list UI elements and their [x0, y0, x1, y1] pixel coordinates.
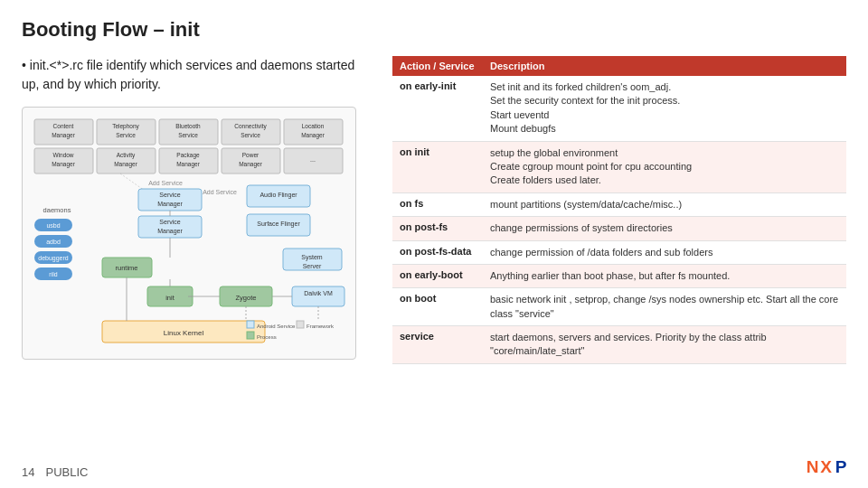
action-cell: on init [392, 141, 483, 192]
svg-text:Package: Package [176, 152, 200, 159]
table-row: on bootbasic network init , setprop, cha… [392, 288, 846, 326]
svg-text:Bluetooth: Bluetooth [175, 123, 201, 129]
page-title: Booting Flow – init [22, 18, 846, 42]
table-row: on early-initSet init and its forked chi… [392, 76, 846, 141]
col1-header: Action / Service [392, 56, 483, 76]
svg-text:Manager: Manager [52, 161, 75, 168]
right-column: Action / Service Description on early-in… [392, 56, 846, 364]
svg-text:Location: Location [302, 123, 325, 129]
description-cell: setup the global environment Create cgro… [483, 141, 846, 192]
svg-text:Dalvik VM: Dalvik VM [304, 290, 333, 296]
svg-text:init: init [165, 294, 175, 302]
action-cell: on post-fs [392, 217, 483, 240]
svg-text:Audio Flinger: Audio Flinger [259, 192, 297, 199]
table-row: on post-fs-datachange permission of /dat… [392, 240, 846, 264]
svg-text:usbd: usbd [46, 222, 60, 229]
svg-text:Add Service: Add Service [203, 189, 237, 195]
action-cell: service [392, 326, 483, 364]
svg-text:Manager: Manager [157, 201, 183, 208]
svg-text:Window: Window [52, 152, 73, 158]
svg-text:Connectivity: Connectivity [234, 123, 267, 130]
nxp-logo-svg: N X P [805, 453, 852, 478]
table-row: servicestart daemons, servers and servic… [392, 326, 846, 364]
description-cell: basic network init , setprop, change /sy… [483, 288, 846, 326]
action-cell: on boot [392, 288, 483, 326]
svg-text:...: ... [310, 156, 316, 163]
svg-rect-72 [247, 321, 254, 328]
table-row: on post-fschange permissions of system d… [392, 217, 846, 240]
svg-text:Manager: Manager [239, 161, 262, 168]
svg-text:Linux Kernel: Linux Kernel [164, 329, 204, 337]
table-row: on fsmount partitions (system/data/cache… [392, 192, 846, 216]
svg-text:Telephony: Telephony [112, 123, 139, 130]
description-cell: change permission of /data folders and s… [483, 240, 846, 264]
architecture-diagram: Content Manager Telephony Service Blueto… [30, 115, 355, 359]
svg-text:Service: Service [241, 132, 260, 138]
svg-text:adbd: adbd [46, 239, 61, 245]
bullet-text: • init.<*>.rc file identify which servic… [22, 56, 374, 94]
page-number: 14 [22, 465, 34, 479]
svg-text:rild: rild [49, 271, 57, 277]
svg-text:Android Service: Android Service [257, 324, 296, 329]
svg-text:Surface Flinger: Surface Flinger [257, 221, 300, 228]
svg-text:runtime: runtime [115, 264, 137, 272]
svg-text:Server: Server [303, 263, 322, 269]
table-row: on initsetup the global environment Crea… [392, 141, 846, 192]
left-column: • init.<*>.rc file identify which servic… [22, 56, 374, 364]
description-cell: start daemons, servers and services. Pri… [483, 326, 846, 364]
description-cell: Anything earlier than boot phase, but af… [483, 264, 846, 287]
svg-rect-76 [297, 321, 304, 328]
svg-text:Service: Service [178, 132, 198, 138]
svg-text:Content: Content [53, 123, 74, 129]
svg-text:X: X [820, 457, 832, 476]
description-cell: mount partitions (system/data/cache/misc… [483, 192, 846, 216]
svg-text:Manager: Manager [176, 161, 200, 168]
svg-text:Add Service: Add Service [148, 180, 183, 186]
action-cell: on post-fs-data [392, 240, 483, 264]
svg-text:Service: Service [159, 192, 180, 198]
svg-text:Service: Service [159, 219, 180, 225]
svg-rect-74 [247, 332, 254, 339]
svg-text:Activity: Activity [117, 152, 136, 159]
svg-text:Manager: Manager [157, 228, 183, 235]
action-cell: on early-init [392, 76, 483, 141]
description-cell: Set init and its forked children's oom_a… [483, 76, 846, 141]
svg-text:N: N [807, 457, 819, 476]
svg-text:Framework: Framework [307, 324, 335, 329]
slide: Booting Flow – init • init.<*>.rc file i… [0, 0, 868, 488]
svg-text:System: System [301, 254, 323, 261]
svg-text:Manager: Manager [301, 132, 325, 139]
content-row: • init.<*>.rc file identify which servic… [22, 56, 846, 364]
action-cell: on fs [392, 192, 483, 216]
public-label: PUBLIC [45, 465, 88, 479]
nxp-logo: N X P [805, 453, 852, 481]
action-cell: on early-boot [392, 264, 483, 287]
svg-text:daemons: daemons [43, 206, 71, 214]
svg-text:Manager: Manager [52, 132, 75, 139]
svg-text:P: P [835, 457, 847, 476]
col2-header: Description [483, 56, 846, 76]
action-table: Action / Service Description on early-in… [392, 56, 846, 364]
svg-text:Zygote: Zygote [236, 294, 257, 302]
table-row: on early-bootAnything earlier than boot … [392, 264, 846, 287]
footer: 14 PUBLIC [22, 465, 88, 479]
description-cell: change permissions of system directories [483, 217, 846, 240]
svg-text:Manager: Manager [114, 161, 137, 168]
diagram-box: Content Manager Telephony Service Blueto… [22, 107, 356, 360]
svg-text:Process: Process [257, 334, 277, 340]
svg-text:debuggerd: debuggerd [38, 255, 69, 262]
svg-text:Power: Power [242, 152, 259, 158]
svg-text:Service: Service [116, 132, 136, 138]
